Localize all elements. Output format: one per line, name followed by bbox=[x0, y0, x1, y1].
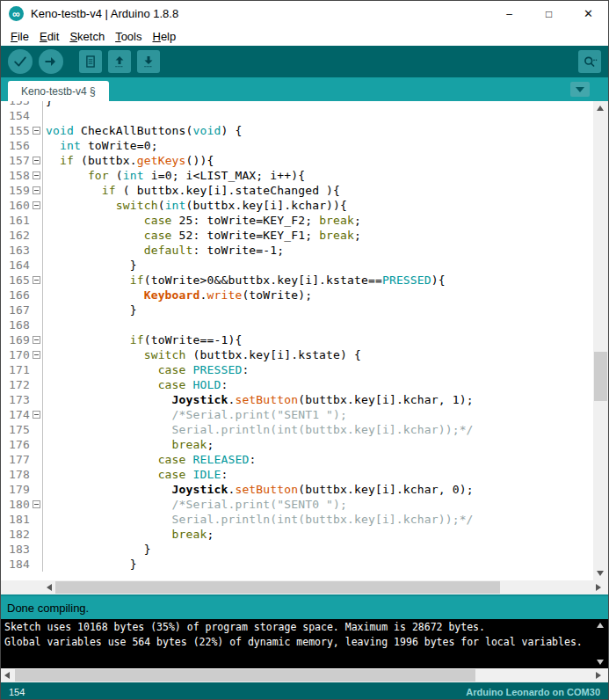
code-line-text: case HOLD: bbox=[43, 377, 228, 392]
scroll-down-arrow-icon[interactable] bbox=[597, 660, 604, 665]
scroll-right-arrow-icon[interactable] bbox=[596, 672, 601, 679]
fold-slot bbox=[30, 527, 42, 542]
code-line-text: default: toWrite=-1; bbox=[43, 243, 284, 258]
code-line-text: Joystick.setButton(buttbx.key[i].kchar, … bbox=[43, 482, 474, 497]
title-bar: ∞ Keno-testb-v4 | Arduino 1.8.8 –□✕ bbox=[1, 1, 608, 26]
scroll-up-arrow-icon[interactable] bbox=[597, 106, 604, 111]
code-line: 176 break; bbox=[1, 437, 593, 452]
fold-toggle-icon[interactable] bbox=[33, 276, 40, 284]
code-token bbox=[186, 468, 193, 481]
scroll-left-arrow-icon[interactable] bbox=[47, 584, 52, 591]
code-token: ()){ bbox=[186, 154, 214, 167]
fold-toggle-icon[interactable] bbox=[33, 186, 40, 194]
console-output: Sketch uses 10168 bytes (35%) of program… bbox=[1, 619, 608, 668]
verify-button[interactable] bbox=[8, 49, 33, 74]
code-token bbox=[46, 229, 144, 242]
window-title: Keno-testb-v4 | Arduino 1.8.8 bbox=[31, 7, 178, 20]
menu-item-file[interactable]: File bbox=[5, 28, 34, 45]
line-number-gutter: 162 bbox=[1, 228, 43, 243]
fold-toggle-icon[interactable] bbox=[33, 336, 40, 344]
console-horizontal-scrollbar-thumb[interactable] bbox=[15, 669, 475, 682]
code-token: ( bbox=[158, 199, 165, 212]
menu-item-tools[interactable]: Tools bbox=[110, 28, 147, 45]
code-line: 164 } bbox=[1, 258, 593, 273]
code-line-text: } bbox=[43, 101, 53, 108]
fold-slot bbox=[30, 512, 42, 527]
fold-slot bbox=[30, 243, 42, 258]
line-number: 156 bbox=[9, 138, 30, 153]
editor-horizontal-scrollbar-thumb[interactable] bbox=[55, 581, 500, 594]
editor-vertical-scrollbar-thumb[interactable] bbox=[594, 352, 607, 401]
console-horizontal-scrollbar[interactable] bbox=[1, 668, 608, 682]
editor-horizontal-scrollbar[interactable] bbox=[1, 580, 608, 594]
tab-menu-button[interactable] bbox=[570, 82, 590, 97]
tab-keno-testb-v4[interactable]: Keno-testb-v4 § bbox=[8, 81, 109, 101]
fold-toggle-icon[interactable] bbox=[33, 171, 40, 179]
new-sketch-button[interactable] bbox=[79, 50, 102, 73]
code-token: getKeys bbox=[137, 154, 186, 167]
editor-vertical-scrollbar[interactable] bbox=[593, 101, 608, 580]
fold-toggle-icon[interactable] bbox=[33, 127, 40, 135]
open-button[interactable] bbox=[108, 50, 131, 73]
scroll-up-arrow-icon[interactable] bbox=[597, 623, 604, 628]
fold-toggle-icon[interactable] bbox=[33, 201, 40, 209]
menu-item-edit[interactable]: Edit bbox=[34, 28, 64, 45]
console-vertical-scrollbar[interactable] bbox=[593, 619, 608, 668]
line-number: 173 bbox=[9, 392, 30, 407]
code-line-text: break; bbox=[43, 527, 214, 542]
fold-toggle-icon[interactable] bbox=[33, 500, 40, 508]
menu-item-help[interactable]: Help bbox=[147, 28, 181, 45]
upload-button[interactable] bbox=[39, 49, 63, 74]
code-line-text: if ( buttbx.key[i].stateChanged ){ bbox=[43, 183, 340, 198]
close-button[interactable]: ✕ bbox=[569, 1, 608, 26]
code-line-text: case 52: toWrite=KEY_F1; break; bbox=[43, 228, 361, 243]
code-line: 163 default: toWrite=-1; bbox=[1, 243, 593, 258]
code-token: break bbox=[319, 214, 354, 227]
maximize-button[interactable]: □ bbox=[529, 1, 569, 26]
code-token: Joystick bbox=[172, 393, 228, 406]
code-token: ) { bbox=[221, 124, 242, 137]
fold-slot bbox=[30, 377, 42, 392]
line-number: 178 bbox=[9, 467, 30, 482]
fold-toggle-icon[interactable] bbox=[33, 351, 40, 359]
chevron-down-icon bbox=[576, 87, 584, 92]
fold-slot bbox=[30, 213, 42, 228]
save-button[interactable] bbox=[137, 50, 160, 73]
code-area[interactable]: 153}154155void CheckAllButtons(void) {15… bbox=[1, 101, 593, 580]
tab-label: Keno-testb-v4 § bbox=[21, 85, 96, 98]
minimize-button[interactable]: – bbox=[489, 1, 529, 26]
fold-toggle-icon[interactable] bbox=[33, 157, 40, 164]
menu-item-sketch[interactable]: Sketch bbox=[64, 28, 110, 45]
code-line: 157 if (buttbx.getKeys()){ bbox=[1, 153, 593, 168]
scroll-left-arrow-icon[interactable] bbox=[4, 672, 10, 679]
line-number: 170 bbox=[9, 347, 30, 362]
line-number-gutter: 161 bbox=[1, 213, 43, 228]
line-number-gutter: 168 bbox=[1, 317, 43, 332]
status-message: Done compiling. bbox=[7, 602, 89, 615]
code-token bbox=[46, 468, 158, 481]
fold-slot bbox=[30, 362, 42, 377]
code-line-text: /*Serial.print("SENT1 "); bbox=[43, 407, 347, 422]
code-token: HOLD bbox=[193, 378, 221, 391]
fold-slot bbox=[30, 542, 42, 557]
line-number: 169 bbox=[9, 332, 30, 347]
code-token: break bbox=[172, 528, 207, 541]
scroll-down-arrow-icon[interactable] bbox=[597, 571, 604, 576]
code-token: Joystick bbox=[172, 483, 228, 496]
code-line: 179 Joystick.setButton(buttbx.key[i].kch… bbox=[1, 482, 593, 497]
code-token: . bbox=[200, 288, 207, 302]
fold-toggle-icon[interactable] bbox=[33, 411, 40, 419]
editor: 153}154155void CheckAllButtons(void) {15… bbox=[1, 101, 608, 580]
window-controls: –□✕ bbox=[489, 1, 608, 26]
code-token: case bbox=[158, 363, 186, 376]
code-line-text: int toWrite=0; bbox=[43, 138, 158, 153]
scroll-right-arrow-icon[interactable] bbox=[596, 584, 601, 591]
code-token bbox=[46, 214, 144, 227]
code-token: (buttbx. bbox=[74, 154, 137, 167]
code-token bbox=[186, 453, 193, 466]
code-line: 171 case PRESSED: bbox=[1, 362, 593, 377]
line-number-gutter: 160 bbox=[1, 198, 43, 213]
code-token: toWrite=0; bbox=[81, 139, 158, 152]
serial-monitor-button[interactable] bbox=[578, 50, 601, 73]
code-line: 184 } bbox=[1, 557, 593, 572]
